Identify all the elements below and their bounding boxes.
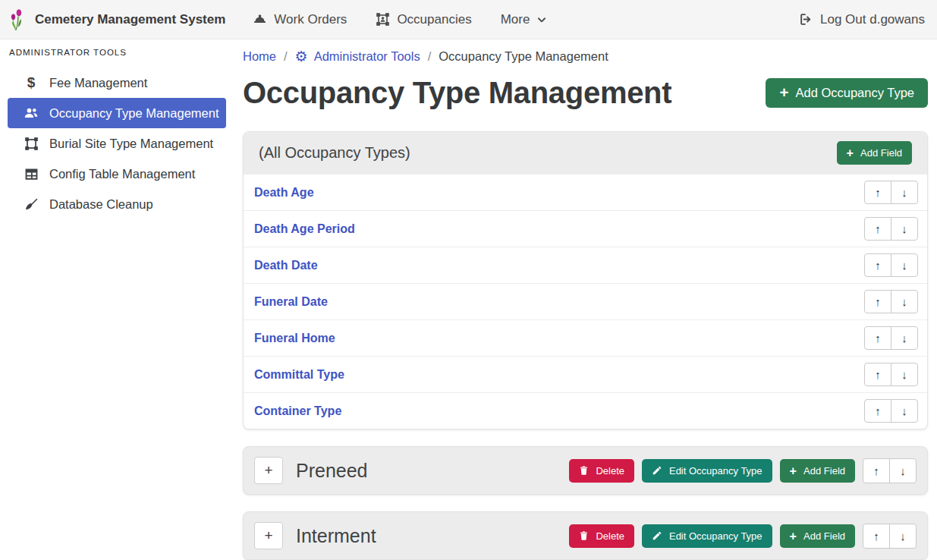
- sidebar-item-config-table-management[interactable]: Config Table Management: [8, 159, 226, 189]
- expand-section-button[interactable]: +: [254, 522, 283, 549]
- field-row: Container Type ↑ ↓: [244, 392, 927, 429]
- move-down-button[interactable]: ↓: [889, 524, 917, 549]
- add-field-button[interactable]: + Add Field: [780, 459, 855, 483]
- edit-occupancy-type-label: Edit Occupancy Type: [669, 530, 762, 542]
- trash-icon: [579, 530, 589, 541]
- sidebar-heading: ADMINISTRATOR TOOLS: [0, 48, 235, 57]
- nav-occupancies[interactable]: Occupancies: [376, 12, 471, 27]
- move-down-button[interactable]: ↓: [891, 290, 918, 313]
- edit-occupancy-type-button[interactable]: Edit Occupancy Type: [642, 524, 772, 548]
- reorder-buttons: ↑ ↓: [864, 217, 918, 241]
- breadcrumb-home-link[interactable]: Home: [243, 49, 276, 64]
- field-row: Funeral Date ↑ ↓: [244, 283, 927, 319]
- breadcrumb-separator: /: [284, 49, 288, 64]
- move-down-button[interactable]: ↓: [891, 399, 918, 423]
- field-row: Committal Type ↑ ↓: [244, 356, 927, 392]
- breadcrumb-admin-tools-link[interactable]: ⚙ Administrator Tools: [295, 49, 420, 64]
- occupancy-type-section-preneed: + Preneed Delete: [243, 446, 928, 495]
- add-field-label: Add Field: [803, 530, 845, 542]
- breadcrumb-admin-tools-label: Administrator Tools: [314, 49, 420, 64]
- reorder-buttons: ↑ ↓: [864, 290, 918, 313]
- delete-label: Delete: [596, 530, 624, 542]
- occupancy-plot-icon: [376, 12, 390, 27]
- sidebar-item-occupancy-type-management[interactable]: Occupancy Type Management: [8, 98, 226, 128]
- broom-icon: [23, 197, 39, 212]
- pencil-icon: [652, 530, 662, 541]
- add-occupancy-type-label: Add Occupancy Type: [795, 86, 914, 100]
- panel-title: (All Occupancy Types): [259, 144, 410, 162]
- field-link[interactable]: Death Date: [254, 259, 318, 272]
- occupancy-type-section-interment: + Interment Delete: [243, 511, 928, 560]
- field-row: Death Age ↑ ↓: [244, 174, 927, 210]
- move-up-button[interactable]: ↑: [863, 524, 890, 549]
- field-link[interactable]: Funeral Home: [254, 332, 335, 345]
- add-field-label: Add Field: [860, 147, 902, 159]
- plus-icon: +: [790, 466, 797, 476]
- logout-button[interactable]: Log Out d.gowans: [799, 12, 925, 27]
- move-down-button[interactable]: ↓: [891, 363, 918, 386]
- nav-work-orders[interactable]: Work Orders: [253, 12, 347, 27]
- move-up-button[interactable]: ↑: [864, 253, 891, 277]
- sidebar-item-fee-management[interactable]: $ Fee Management: [8, 68, 226, 98]
- trash-icon: [579, 465, 589, 476]
- move-up-button[interactable]: ↑: [864, 326, 891, 350]
- move-up-button[interactable]: ↑: [864, 363, 891, 386]
- edit-occupancy-type-button[interactable]: Edit Occupancy Type: [642, 459, 772, 483]
- field-row: Death Age Period ↑ ↓: [244, 210, 927, 247]
- sidebar-item-label: Database Cleanup: [49, 197, 153, 212]
- add-field-label: Add Field: [803, 465, 845, 477]
- table-icon: [23, 167, 39, 181]
- field-link[interactable]: Container Type: [254, 404, 341, 418]
- sidebar-item-database-cleanup[interactable]: Database Cleanup: [8, 189, 226, 219]
- nav-more-label: More: [501, 12, 530, 27]
- navbar-links: Work Orders Occupancies More: [253, 12, 547, 27]
- reorder-buttons: ↑ ↓: [863, 524, 917, 549]
- section-actions: Delete Edit Occupancy Type + Add Field: [569, 524, 917, 549]
- delete-button[interactable]: Delete: [569, 459, 634, 483]
- field-link[interactable]: Funeral Date: [254, 295, 328, 309]
- add-field-button[interactable]: + Add Field: [780, 524, 855, 548]
- move-down-button[interactable]: ↓: [891, 253, 918, 277]
- plus-icon: +: [779, 87, 788, 99]
- expand-section-button[interactable]: +: [254, 457, 283, 484]
- main-content: Home / ⚙ Administrator Tools / Occupancy…: [243, 39, 928, 560]
- move-down-button[interactable]: ↓: [891, 326, 918, 350]
- add-occupancy-type-button[interactable]: + Add Occupancy Type: [766, 78, 928, 108]
- all-occupancy-types-header: (All Occupancy Types) + Add Field: [244, 132, 927, 174]
- reorder-buttons: ↑ ↓: [864, 363, 918, 386]
- field-link[interactable]: Death Age Period: [254, 222, 355, 236]
- field-link[interactable]: Committal Type: [254, 368, 344, 382]
- app-brand: Cemetery Management System: [9, 8, 225, 32]
- field-row: Death Date ↑ ↓: [244, 247, 927, 283]
- move-up-button[interactable]: ↑: [864, 217, 891, 241]
- field-link[interactable]: Death Age: [254, 186, 314, 200]
- move-up-button[interactable]: ↑: [863, 458, 890, 483]
- edit-occupancy-type-label: Edit Occupancy Type: [669, 465, 762, 477]
- logout-icon: [799, 12, 813, 27]
- move-up-button[interactable]: ↑: [864, 290, 891, 313]
- nav-more[interactable]: More: [501, 12, 548, 27]
- sidebar-item-label: Config Table Management: [49, 167, 195, 181]
- move-up-button[interactable]: ↑: [864, 181, 891, 204]
- plus-icon: +: [790, 531, 797, 541]
- hard-hat-icon: [253, 12, 267, 27]
- reorder-buttons: ↑ ↓: [863, 458, 917, 483]
- reorder-buttons: ↑ ↓: [864, 399, 918, 423]
- sidebar-item-label: Occupancy Type Management: [49, 106, 219, 121]
- move-down-button[interactable]: ↓: [891, 217, 918, 241]
- section-title: Interment: [296, 525, 376, 547]
- add-field-button[interactable]: + Add Field: [837, 141, 912, 165]
- move-up-button[interactable]: ↑: [864, 399, 891, 423]
- section-actions: Delete Edit Occupancy Type + Add Field: [569, 458, 917, 483]
- tulip-logo-icon: [9, 8, 27, 32]
- sidebar-item-burial-site-type-management[interactable]: Burial Site Type Management: [8, 128, 226, 159]
- breadcrumb-separator: /: [428, 49, 432, 64]
- all-occupancy-types-panel: (All Occupancy Types) + Add Field Death …: [243, 131, 928, 429]
- breadcrumb: Home / ⚙ Administrator Tools / Occupancy…: [243, 49, 928, 64]
- sidebar: ADMINISTRATOR TOOLS $ Fee Management Occ…: [0, 39, 235, 219]
- app-title: Cemetery Management System: [35, 12, 225, 27]
- delete-button[interactable]: Delete: [569, 524, 634, 548]
- sidebar-item-label: Burial Site Type Management: [49, 137, 213, 151]
- move-down-button[interactable]: ↓: [891, 181, 918, 204]
- move-down-button[interactable]: ↓: [889, 458, 917, 483]
